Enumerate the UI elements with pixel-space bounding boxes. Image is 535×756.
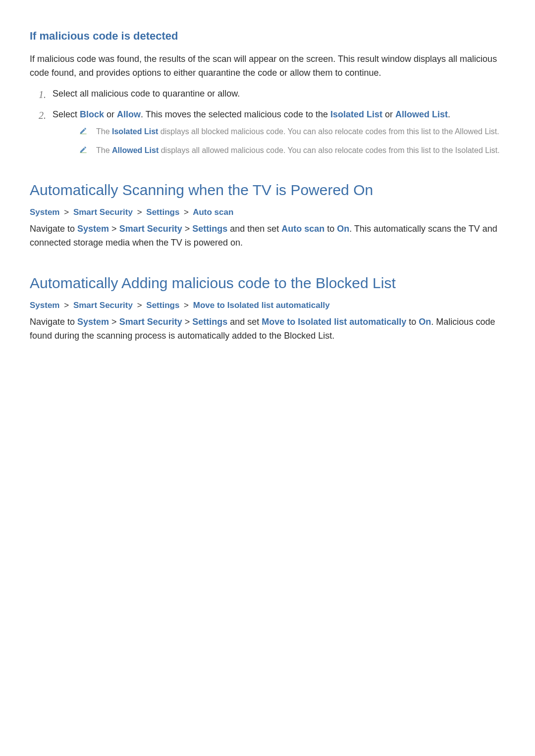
text-fragment: Navigate to — [30, 317, 77, 327]
breadcrumb: System > Smart Security > Settings > Aut… — [30, 207, 505, 217]
text-fragment: and then set — [227, 224, 281, 234]
term-allowed-list: Allowed List — [112, 146, 159, 154]
text-fragment: Navigate to — [30, 224, 77, 234]
text-fragment: The — [96, 127, 112, 136]
svg-rect-1 — [80, 152, 86, 153]
section-body-text: Navigate to System > Smart Security > Se… — [30, 222, 505, 250]
text-fragment: displays all blocked malicious code. You… — [158, 127, 499, 136]
pencil-icon — [79, 127, 87, 135]
svg-rect-0 — [80, 134, 86, 134]
text-fragment: > — [109, 317, 119, 327]
term-auto-scan: Auto scan — [281, 224, 324, 234]
step-number: 1. — [39, 87, 46, 102]
term-system: System — [77, 317, 109, 327]
term-isolated-list: Isolated List — [112, 127, 158, 136]
text-fragment: or — [104, 109, 117, 119]
term-smart-security: Smart Security — [119, 224, 182, 234]
text-fragment: > — [182, 224, 193, 234]
text-fragment: > — [182, 317, 193, 327]
section-body-text: Navigate to System > Smart Security > Se… — [30, 315, 505, 343]
pencil-icon — [79, 146, 87, 153]
term-on: On — [337, 224, 349, 234]
steps-list: 1. Select all malicious code to quaranti… — [30, 87, 505, 157]
breadcrumb-item: Auto scan — [193, 207, 233, 217]
breadcrumb-item: System — [30, 207, 59, 217]
term-allow: Allow — [117, 109, 141, 119]
breadcrumb-item: Settings — [146, 301, 179, 310]
breadcrumb-item: Smart Security — [73, 207, 133, 217]
term-allowed-list: Allowed List — [395, 109, 448, 119]
text-fragment: Select — [53, 109, 80, 119]
text-fragment: . — [448, 109, 450, 119]
section-title-auto-scan: Automatically Scanning when the TV is Po… — [30, 182, 505, 199]
breadcrumb-separator: > — [64, 301, 69, 310]
note-text: The Isolated List displays all blocked m… — [96, 126, 505, 138]
document-page: If malicious code is detected If malicio… — [0, 0, 535, 380]
text-fragment: and set — [227, 317, 262, 327]
term-isolated-list: Isolated List — [330, 109, 382, 119]
step-item-1: 1. Select all malicious code to quaranti… — [39, 87, 505, 101]
term-settings: Settings — [192, 317, 227, 327]
step-item-2: 2. Select Block or Allow. This moves the… — [39, 108, 505, 157]
term-smart-security: Smart Security — [119, 317, 182, 327]
term-block: Block — [80, 109, 104, 119]
section-title-auto-block: Automatically Adding malicious code to t… — [30, 275, 505, 292]
breadcrumb-item: Smart Security — [73, 301, 133, 310]
text-fragment: or — [382, 109, 395, 119]
term-move-isolated: Move to Isolated list automatically — [262, 317, 406, 327]
section-intro-text: If malicious code was found, the results… — [30, 52, 505, 80]
breadcrumb-separator: > — [137, 207, 142, 217]
text-fragment: to — [324, 224, 337, 234]
text-fragment: . This moves the selected malicious code… — [141, 109, 330, 119]
section-heading-detected: If malicious code is detected — [30, 30, 505, 43]
breadcrumb-separator: > — [184, 301, 189, 310]
text-fragment: displays all allowed malicious code. You… — [159, 146, 499, 154]
text-fragment: > — [109, 224, 119, 234]
term-on: On — [419, 317, 431, 327]
step-text: Select all malicious code to quarantine … — [53, 89, 240, 99]
breadcrumb-item: Settings — [146, 207, 179, 217]
breadcrumb-item: System — [30, 301, 59, 310]
note-item: The Allowed List displays all allowed ma… — [79, 145, 505, 157]
step-text: Select Block or Allow. This moves the se… — [53, 109, 450, 119]
breadcrumb-separator: > — [137, 301, 142, 310]
term-settings: Settings — [192, 224, 227, 234]
breadcrumb-separator: > — [184, 207, 189, 217]
text-fragment: to — [406, 317, 419, 327]
breadcrumb: System > Smart Security > Settings > Mov… — [30, 301, 505, 310]
step-number: 2. — [39, 108, 46, 123]
note-item: The Isolated List displays all blocked m… — [79, 126, 505, 138]
notes-block: The Isolated List displays all blocked m… — [79, 126, 505, 157]
term-system: System — [77, 224, 109, 234]
text-fragment: The — [96, 146, 112, 154]
breadcrumb-separator: > — [64, 207, 69, 217]
breadcrumb-item: Move to Isolated list automatically — [193, 301, 330, 310]
note-text: The Allowed List displays all allowed ma… — [96, 145, 505, 157]
